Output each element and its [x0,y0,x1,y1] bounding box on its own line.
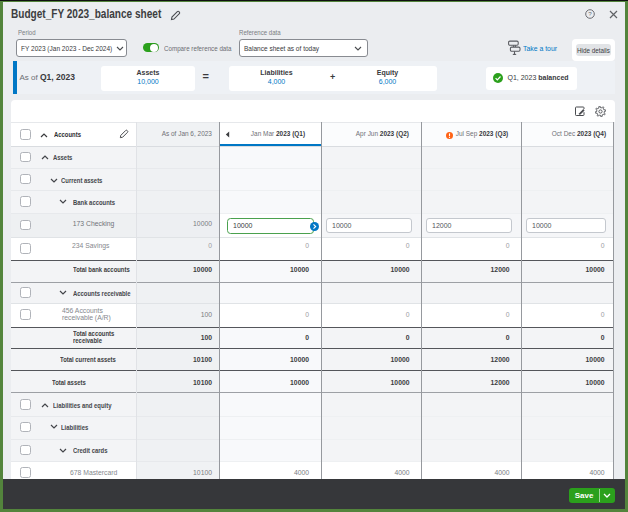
svg-text:?: ? [588,10,592,17]
